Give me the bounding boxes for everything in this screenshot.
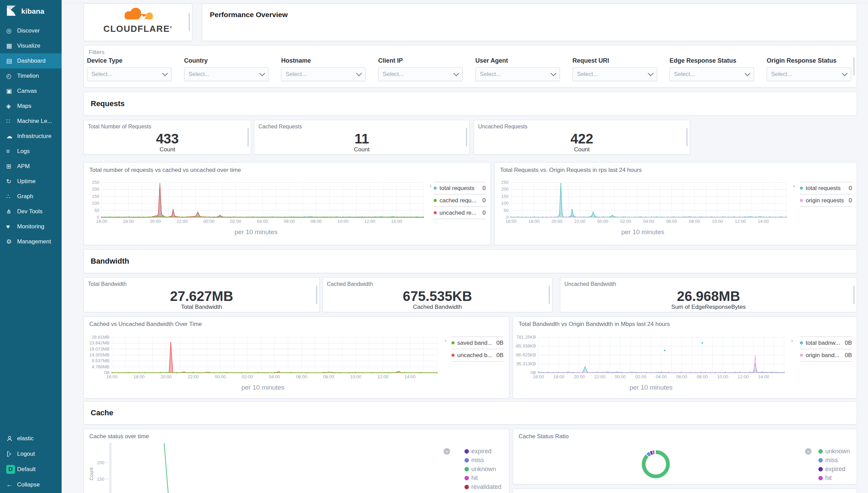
metric-label: Count [474,146,690,153]
legend-collapse-icon[interactable]: › [793,182,795,189]
legend-item-origin-band-[interactable]: origin band...0B [800,349,852,362]
x-axis-label: per 10 minutes [516,384,786,391]
panel-resize-grip[interactable] [247,128,249,147]
legend-item-expired[interactable]: expired [818,465,850,473]
svg-text:12:00: 12:00 [377,374,388,379]
sidebar-item-collapse[interactable]: ← Collapse [0,477,62,492]
space-label: Default [17,466,36,473]
legend-item-miss[interactable]: miss [464,456,501,465]
legend-item-total-requests[interactable]: total requests0 [434,182,486,194]
legend-dot [818,476,823,480]
svg-text:781.25KB: 781.25KB [516,334,536,340]
sidebar-item-logs[interactable]: ≡Logs [0,144,62,159]
legend-item-miss[interactable]: miss [818,456,850,465]
chart-legend: saved band...0Buncached b...0B [451,337,503,362]
filter-label: Edge Response Status [669,57,755,64]
chart-bandwidth-over-time-panel: Cached vs Uncached Bandwidth Over Time 0… [84,316,509,399]
legend-collapse-icon[interactable]: › [430,182,432,189]
chart-requests-rps-panel: Total Requests vs. Origin Requests in rp… [494,162,857,245]
sidebar-item-space-default[interactable]: D Default [0,462,62,477]
filter-select-hostname[interactable]: Select... [281,67,366,81]
metric-label: Count [254,146,469,153]
filter-country: CountrySelect... [184,57,270,81]
metric-label: Total Bandwidth [84,304,319,311]
sidebar-item-canvas[interactable]: ▣Canvas [0,84,62,99]
legend-label: origin requests [806,197,846,204]
filter-select-origin-response-status[interactable]: Select... [767,67,851,81]
metric-uncached-requests: Uncached Requests 422 Count [474,120,690,155]
legend-item-origin-requests[interactable]: origin requests0 [800,194,852,207]
legend-collapse-icon[interactable]: › [445,337,447,344]
legend-value: 0 [849,197,852,204]
legend-toggle-icon[interactable]: » [444,448,450,455]
filter-user-agent: User AgentSelect... [475,57,561,81]
legend-item-hit[interactable]: hit [464,473,501,482]
sidebar-item-machine-learning[interactable]: ∷Machine Le... [0,114,62,129]
legend-dot [818,449,823,454]
panel-resize-grip[interactable] [686,128,688,147]
filter-select-client-ip[interactable]: Select... [378,67,463,81]
sidebar-item-dev-tools[interactable]: ⋔Dev Tools [0,204,62,219]
filter-request-uri: Request URISelect... [573,57,658,81]
panel-resize-grip[interactable] [189,13,190,31]
legend-item-uncached-b-[interactable]: uncached b...0B [451,349,503,362]
filter-client-ip: Client IPSelect... [378,57,464,81]
filter-select-country[interactable]: Select... [184,67,269,81]
sidebar-item-dashboard[interactable]: ▤Dashboard [0,53,62,68]
chevron-down-icon [745,71,751,76]
sidebar-item-maps[interactable]: ◈Maps [0,99,62,114]
legend-item-hit[interactable]: hit [818,473,850,482]
legend-dot [464,458,469,463]
logout-label: Logout [17,451,35,457]
legend-item-total-badnw-[interactable]: total badnw...0B [800,337,852,349]
sidebar-item-timelion[interactable]: ◴Timelion [0,68,62,84]
panel-resize-grip[interactable] [853,57,855,76]
sidebar-item-uptime[interactable]: ↻Uptime [0,174,62,189]
legend-item-uncached-re-[interactable]: uncached re...0 [434,206,486,219]
legend-item-total-requests[interactable]: total requests0 [800,182,852,194]
sidebar: kibana ◎Discover▦Visualize▤Dashboard◴Tim… [0,0,62,493]
maps-icon: ◈ [6,102,17,110]
filter-select-request-uri[interactable]: Select... [573,67,657,81]
sidebar-item-logout[interactable]: Logout [0,446,62,462]
filter-select-user-agent[interactable]: Select... [475,67,560,81]
discover-icon: ◎ [6,27,17,35]
sidebar-item-user[interactable]: elastic [0,431,62,446]
svg-text:20:00: 20:00 [551,219,563,224]
sidebar-item-graph[interactable]: ∴Graph [0,189,62,204]
sidebar-item-management[interactable]: ⚙Management [0,234,62,249]
svg-text:20:00: 20:00 [150,219,161,224]
sidebar-item-monitoring[interactable]: ♥Monitoring [0,219,62,234]
legend-item-expired[interactable]: expired [464,447,501,456]
panel-resize-grip[interactable] [549,286,550,304]
filter-select-device-type[interactable]: Select... [87,67,171,81]
legend-item-unknown[interactable]: unknown [818,447,850,456]
panel-resize-grip[interactable] [466,128,467,147]
legend-label: uncached b... [457,352,494,359]
kibana-logo[interactable]: kibana [0,0,62,23]
legend-item-cached-requ-[interactable]: cached requ...0 [434,194,486,206]
legend-collapse-icon[interactable]: › [791,337,793,344]
panel-resize-grip[interactable] [853,286,855,304]
sidebar-item-apm[interactable]: ⊞APM [0,159,62,174]
sidebar-item-discover[interactable]: ◎Discover [0,23,62,38]
sidebar-item-infrastructure[interactable]: ☁Infrastructure [0,129,62,144]
chart-title: Total number of requests vs cached vs un… [89,167,241,174]
legend-item-unknown[interactable]: unknown [464,465,501,473]
legend-label: total badnw... [806,340,842,346]
legend-toggle-icon[interactable]: » [805,448,812,455]
sidebar-item-label: Maps [17,103,31,110]
filter-select-edge-response-status[interactable]: Select... [669,67,754,81]
legend-label: expired [471,448,492,455]
panel-resize-grip[interactable] [316,286,317,304]
sidebar-item-visualize[interactable]: ▦Visualize [0,38,62,53]
metric-title: Total Number of Requests [88,124,151,130]
select-placeholder: Select... [480,71,501,78]
bandwidth-section-title: Bandwidth [91,257,129,266]
legend-item-revalidated[interactable]: revalidated [464,482,501,491]
filter-device-type: Device TypeSelect... [87,57,173,81]
legend-item-saved-band-[interactable]: saved band...0B [451,337,503,349]
svg-text:08:00: 08:00 [689,219,700,224]
svg-text:28.61MB: 28.61MB [92,334,110,340]
cache-status-ratio-donut[interactable] [642,450,670,478]
